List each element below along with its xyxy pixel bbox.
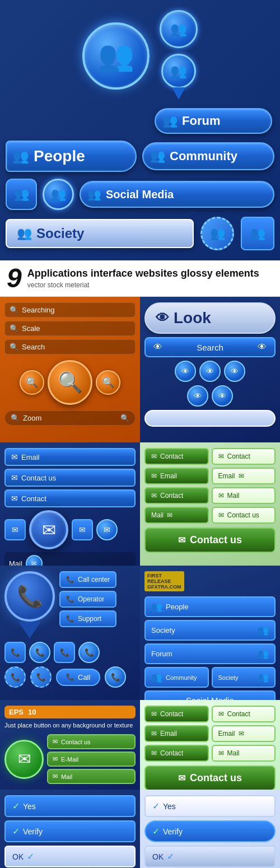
small-people-circle-btn[interactable]: 👥 xyxy=(160,10,198,48)
call-circle-2[interactable]: 📞 xyxy=(78,642,100,663)
society-right-icon: 👥 xyxy=(258,625,269,636)
contact-outline-1[interactable]: ✉ Contact xyxy=(212,448,276,465)
people-label: People xyxy=(34,147,85,165)
email-sq-1[interactable]: ✉ xyxy=(4,519,26,540)
eye-circle-2[interactable]: 👁 xyxy=(199,361,221,382)
map-pin-btn[interactable]: 👥 xyxy=(160,54,198,101)
email-green-sm[interactable]: ✉ E-Mail xyxy=(47,752,136,767)
eps-description: Just place button on any background or t… xyxy=(4,721,136,729)
big-people-circle-btn[interactable]: 👥 xyxy=(82,22,150,90)
call-pin-circle[interactable]: 📞 xyxy=(4,571,55,622)
scale-btn[interactable]: 🔍 Scale xyxy=(4,321,136,336)
community-right-btn[interactable]: 👥 Community xyxy=(144,667,209,688)
searching-btn[interactable]: 🔍 Searching xyxy=(4,302,136,318)
section-verify: ✓ Yes ✓ Verify OK ✓ ✓ Free trial ✓ Free … xyxy=(0,790,280,868)
call-circle-1[interactable]: 📞 xyxy=(29,642,50,663)
sq-people-btn[interactable]: 👥 xyxy=(6,179,37,210)
contact-icon: ✉ xyxy=(11,494,18,503)
search-big-circle[interactable]: 🔍 xyxy=(48,360,92,405)
panel-search: 🔍 Searching 🔍 Scale 🔍 Search 🔍 🔍 🔍 🔍 Zoo xyxy=(0,297,140,442)
eye-circle-4[interactable]: 👁 xyxy=(187,385,208,407)
ok-gray-btn[interactable]: OK ✓ xyxy=(144,846,276,867)
verify-btn[interactable]: ✓ Verify xyxy=(4,820,136,842)
call-stamp-1[interactable]: 📞 xyxy=(4,666,26,688)
look-search-btn[interactable]: 👁 Search 👁 xyxy=(144,337,276,357)
contact-green-1[interactable]: ✉ Contact xyxy=(144,448,209,465)
community-button[interactable]: 👥 Community xyxy=(142,142,274,170)
search-circle-1[interactable]: 🔍 xyxy=(20,370,44,395)
phone-pin-icon: 📞 xyxy=(17,584,43,609)
verify-white-btn[interactable]: ✓ Verify xyxy=(144,820,276,842)
contact-us-green-icon: ✉ xyxy=(53,738,58,745)
people-button[interactable]: 👥 People xyxy=(6,141,137,172)
society-right-btn[interactable]: Society 👥 xyxy=(144,620,276,641)
email-btn[interactable]: ✉ Email xyxy=(4,448,136,466)
operator-btn[interactable]: 📞 Operator xyxy=(59,591,116,608)
contact-us-btn[interactable]: ✉ Contact us xyxy=(4,469,136,487)
ok-btn[interactable]: OK ✓ xyxy=(4,846,136,867)
eye-circle-3[interactable]: 👁 xyxy=(224,361,245,382)
eye-circle-5[interactable]: 👁 xyxy=(212,385,233,407)
forum-button[interactable]: 👥 Forum xyxy=(155,108,272,134)
forum-right-btn[interactable]: Forum 👥 xyxy=(144,643,276,664)
mail-green-2[interactable]: Mail ✉ xyxy=(144,507,209,524)
social-media-button[interactable]: 👥 Social Media xyxy=(80,181,274,208)
call-sq-1[interactable]: 📞 xyxy=(4,642,26,663)
look-pill-btn[interactable] xyxy=(144,410,276,427)
eye-circle-1[interactable]: 👁 xyxy=(175,361,196,382)
support-btn[interactable]: 📞 Support xyxy=(59,610,116,627)
contact-r-out-1[interactable]: ✉ Contact xyxy=(212,706,276,722)
panel-call-right: FIRSTRELEASEGFXTRA.COM 👥 People Society … xyxy=(140,566,280,700)
people-right-btn[interactable]: 👥 People xyxy=(144,596,276,617)
search-btn[interactable]: 🔍 Search xyxy=(4,339,136,354)
mail-green-sm[interactable]: ✉ Mail xyxy=(47,769,136,784)
zoom-btn[interactable]: 🔍 Zoom 🔍 xyxy=(4,410,136,426)
email-r-green-1[interactable]: ✉ Email xyxy=(144,725,209,742)
email-r-out-1[interactable]: Email ✉ xyxy=(212,725,276,742)
search-circle-2[interactable]: 🔍 xyxy=(96,370,120,395)
mail-r-out-1[interactable]: ✉ Mail xyxy=(212,745,276,762)
email-big-circle[interactable]: ✉ xyxy=(29,510,68,549)
call-stamp-2[interactable]: 📞 xyxy=(30,666,52,688)
society-row: 👥 Society 👥 👥 xyxy=(6,217,274,250)
flat-sq-people-btn[interactable]: 👥 xyxy=(241,217,274,250)
sq-people-icon: 👥 xyxy=(14,187,29,202)
call-sq-2[interactable]: 📞 xyxy=(54,642,75,663)
contact-big-icon: ✉ xyxy=(178,535,185,545)
look-btn[interactable]: 👁 Look xyxy=(144,302,276,334)
email-green-sm-icon: ✉ xyxy=(53,755,58,763)
email-green-label-1: Email xyxy=(160,472,177,480)
email-icon-1: ✉ xyxy=(11,452,18,461)
eye-circle-icon-2: 👁 xyxy=(206,367,214,376)
eye-circles-row2: 👁 👁 xyxy=(144,385,276,407)
email-sq-icon-1: ✉ xyxy=(12,525,18,534)
call-pill-btn[interactable]: 📞 Call xyxy=(56,669,100,686)
contact-r-green-1[interactable]: ✉ Contact xyxy=(144,706,209,722)
email-circle-icon-1: ✉ xyxy=(104,525,110,534)
contact-us-r-big[interactable]: ✉ Contact us xyxy=(144,766,276,791)
yes-btn[interactable]: ✓ Yes xyxy=(4,795,136,817)
society-button[interactable]: 👥 Society xyxy=(6,219,194,248)
contact-us-outline[interactable]: ✉ Contact us xyxy=(212,507,276,524)
section-email: ✉ Email ✉ Contact us ✉ Contact ✉ ✉ ✉ ✉ xyxy=(0,442,280,566)
call-center-btn[interactable]: 📞 Call center xyxy=(59,571,116,588)
contact-us-big-btn[interactable]: ✉ Contact us xyxy=(144,528,276,553)
contact-green-2[interactable]: ✉ Contact xyxy=(144,487,209,504)
mail-outline-1[interactable]: ✉ Mail xyxy=(212,487,276,504)
ok-gray-icon: ✓ xyxy=(167,851,174,862)
contact-us-green-sm[interactable]: ✉ Contact us xyxy=(47,734,136,749)
contact-btn[interactable]: ✉ Contact xyxy=(4,489,136,507)
yes-white-btn[interactable]: ✓ Yes xyxy=(144,795,276,817)
email-outline-1[interactable]: Email ✉ xyxy=(212,468,276,484)
mail-big-green-circle[interactable]: ✉ xyxy=(4,740,44,779)
section-eps-contact: EPS 10 Just place button on any backgrou… xyxy=(0,700,280,790)
call-circle-3[interactable]: 📞 xyxy=(105,666,126,688)
society2-right-btn[interactable]: Society 👥 xyxy=(212,667,276,688)
mail-green-sm-icon: ✉ xyxy=(53,773,58,780)
email-circle-1[interactable]: ✉ xyxy=(96,519,118,540)
contact-r-green-2[interactable]: ✉ Contact xyxy=(144,745,209,762)
circle-people-btn[interactable]: 👥 xyxy=(43,179,74,210)
email-green-1[interactable]: ✉ Email xyxy=(144,468,209,484)
email-sq-2[interactable]: ✉ xyxy=(72,519,93,540)
stamp-people-btn[interactable]: 👥 xyxy=(200,217,234,250)
